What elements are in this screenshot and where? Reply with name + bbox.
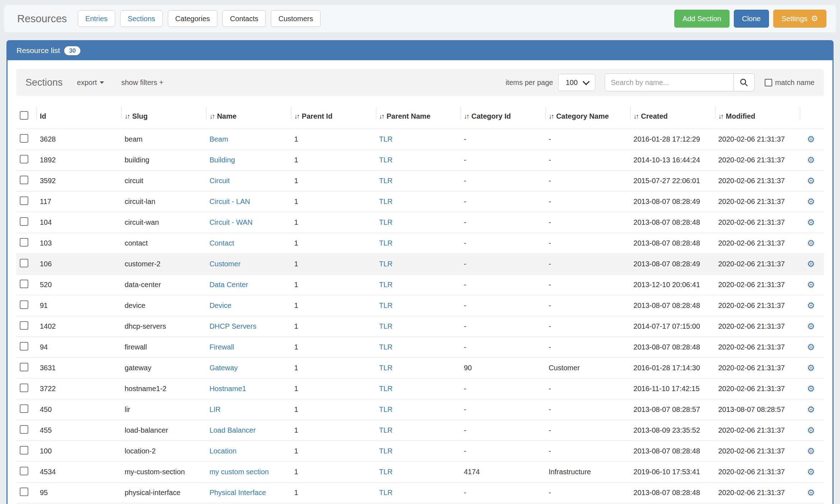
tab-entries[interactable]: Entries [78, 10, 115, 27]
row-checkbox[interactable] [20, 488, 28, 496]
column-header-parent-id[interactable]: ↓↑Parent Id [291, 105, 376, 129]
parent-name-link[interactable]: TLR [379, 156, 393, 164]
row-checkbox[interactable] [20, 404, 28, 413]
row-checkbox[interactable] [20, 342, 28, 351]
parent-name-link[interactable]: TLR [379, 322, 393, 330]
parent-name-link[interactable]: TLR [379, 405, 393, 413]
name-link[interactable]: Location [209, 447, 237, 455]
name-link[interactable]: Data Center [209, 281, 248, 289]
tab-categories[interactable]: Categories [168, 10, 218, 27]
row-settings-gear-icon[interactable]: ⚙ [807, 342, 815, 352]
parent-name-link[interactable]: TLR [379, 426, 393, 434]
parent-name-link[interactable]: TLR [379, 343, 393, 351]
row-settings-gear-icon[interactable]: ⚙ [807, 300, 815, 310]
parent-name-link[interactable]: TLR [379, 301, 393, 309]
row-checkbox[interactable] [20, 280, 28, 288]
row-checkbox[interactable] [20, 176, 28, 184]
row-settings-gear-icon[interactable]: ⚙ [807, 280, 815, 290]
row-settings-gear-icon[interactable]: ⚙ [807, 217, 815, 227]
parent-name-link[interactable]: TLR [379, 135, 393, 143]
name-link[interactable]: Customer [209, 260, 241, 268]
name-link[interactable]: my custom section [209, 468, 269, 476]
name-link[interactable]: Building [209, 156, 235, 164]
row-checkbox[interactable] [20, 238, 28, 247]
cell-category-name: - [546, 150, 631, 171]
select-all-checkbox[interactable] [20, 111, 28, 120]
cell-category-id: - [461, 212, 546, 233]
row-checkbox[interactable] [20, 155, 28, 163]
view-tabs: Entries Sections Categories Contacts Cus… [78, 10, 321, 27]
row-checkbox[interactable] [20, 134, 28, 143]
export-dropdown[interactable]: export [77, 79, 104, 87]
row-settings-gear-icon[interactable]: ⚙ [807, 446, 815, 456]
items-per-page-select[interactable]: 100 [558, 74, 595, 91]
row-checkbox[interactable] [20, 321, 28, 330]
row-settings-gear-icon[interactable]: ⚙ [807, 384, 815, 394]
parent-name-link[interactable]: TLR [379, 218, 393, 226]
name-link[interactable]: Circuit - LAN [209, 198, 250, 205]
row-settings-gear-icon[interactable]: ⚙ [807, 196, 815, 206]
add-section-button[interactable]: Add Section [674, 10, 730, 28]
row-settings-gear-icon[interactable]: ⚙ [807, 176, 815, 186]
name-link[interactable]: Firewall [209, 343, 234, 351]
parent-name-link[interactable]: TLR [379, 281, 393, 289]
search-input[interactable] [605, 73, 734, 91]
settings-button[interactable]: Settings ⚙ [773, 10, 826, 28]
row-settings-gear-icon[interactable]: ⚙ [807, 134, 815, 144]
row-settings-gear-icon[interactable]: ⚙ [807, 404, 815, 414]
tab-contacts[interactable]: Contacts [222, 10, 266, 27]
name-link[interactable]: Device [209, 301, 231, 309]
column-header-category-id[interactable]: ↓↑Category Id [461, 105, 546, 129]
clone-button[interactable]: Clone [734, 10, 769, 28]
parent-name-link[interactable]: TLR [379, 468, 393, 476]
column-header-category-name[interactable]: ↓↑Category Name [546, 105, 631, 129]
column-header-name[interactable]: ↓↑Name [207, 105, 291, 129]
row-settings-gear-icon[interactable]: ⚙ [807, 155, 815, 165]
row-settings-gear-icon[interactable]: ⚙ [807, 321, 815, 331]
name-link[interactable]: Gateway [209, 364, 238, 372]
parent-name-link[interactable]: TLR [379, 260, 393, 268]
show-filters-toggle[interactable]: show filters + [121, 79, 163, 87]
parent-name-link[interactable]: TLR [379, 447, 393, 455]
row-checkbox[interactable] [20, 425, 28, 434]
parent-name-link[interactable]: TLR [379, 489, 393, 496]
column-header-created[interactable]: ↓↑Created [631, 105, 715, 129]
parent-name-link[interactable]: TLR [379, 385, 393, 393]
row-checkbox[interactable] [20, 446, 28, 455]
column-header-parent-name[interactable]: ↓↑Parent Name [376, 105, 461, 129]
row-checkbox[interactable] [20, 217, 28, 226]
column-header-modified[interactable]: ↓↑Modified [716, 105, 801, 129]
cell-created: 2015-07-27 22:06:01 [631, 171, 715, 191]
row-checkbox[interactable] [20, 467, 28, 475]
column-header-slug[interactable]: ↓↑Slug [122, 105, 206, 129]
name-link[interactable]: Contact [209, 239, 234, 247]
name-link[interactable]: Physical Interface [209, 489, 266, 496]
cell-category-name: - [546, 295, 631, 316]
row-checkbox[interactable] [20, 259, 28, 267]
name-link[interactable]: Load Balancer [209, 426, 256, 434]
tab-sections[interactable]: Sections [120, 10, 163, 27]
parent-name-link[interactable]: TLR [379, 198, 393, 205]
row-settings-gear-icon[interactable]: ⚙ [807, 488, 815, 498]
row-checkbox[interactable] [20, 384, 28, 392]
parent-name-link[interactable]: TLR [379, 177, 393, 185]
name-link[interactable]: Circuit - WAN [209, 218, 253, 226]
row-checkbox[interactable] [20, 363, 28, 371]
row-settings-gear-icon[interactable]: ⚙ [807, 425, 815, 435]
row-checkbox[interactable] [20, 196, 28, 205]
match-name-checkbox[interactable] [765, 79, 772, 86]
search-button[interactable] [734, 73, 755, 91]
row-settings-gear-icon[interactable]: ⚙ [807, 259, 815, 269]
row-checkbox[interactable] [20, 300, 28, 309]
parent-name-link[interactable]: TLR [379, 364, 393, 372]
name-link[interactable]: Hostname1 [209, 385, 246, 393]
tab-customers[interactable]: Customers [271, 10, 321, 27]
row-settings-gear-icon[interactable]: ⚙ [807, 238, 815, 248]
name-link[interactable]: LIR [209, 405, 221, 413]
row-settings-gear-icon[interactable]: ⚙ [807, 467, 815, 477]
name-link[interactable]: Circuit [209, 177, 230, 185]
name-link[interactable]: Beam [209, 135, 228, 143]
name-link[interactable]: DHCP Servers [209, 322, 256, 330]
row-settings-gear-icon[interactable]: ⚙ [807, 363, 815, 373]
parent-name-link[interactable]: TLR [379, 239, 393, 247]
